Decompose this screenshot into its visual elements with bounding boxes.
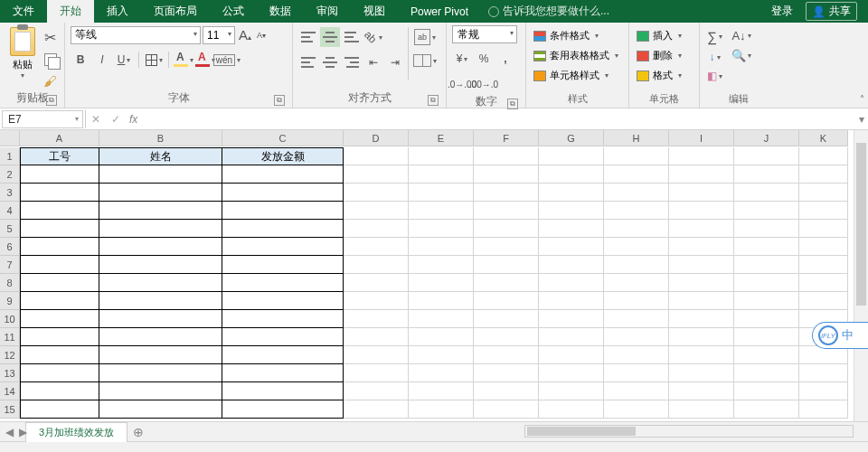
cell-J4[interactable]: [734, 202, 799, 220]
row-header-10[interactable]: 10: [0, 310, 20, 328]
cell-G4[interactable]: [539, 202, 604, 220]
cell-H10[interactable]: [604, 310, 669, 328]
cell-D15[interactable]: [344, 400, 409, 419]
formula-input[interactable]: [137, 110, 855, 128]
cell-H4[interactable]: [604, 202, 669, 220]
cell-G5[interactable]: [539, 220, 604, 238]
cell-H6[interactable]: [604, 238, 669, 256]
cell-K6[interactable]: [799, 238, 848, 256]
insert-cells-button[interactable]: 插入: [635, 27, 684, 44]
cell-I9[interactable]: [669, 292, 734, 310]
cell-G14[interactable]: [539, 382, 604, 400]
tab-file[interactable]: 文件: [0, 0, 47, 23]
cell-C9[interactable]: [222, 292, 344, 310]
cell-G11[interactable]: [539, 328, 604, 346]
copy-button[interactable]: [42, 52, 59, 68]
currency-button[interactable]: ¥: [452, 49, 472, 69]
cell-J1[interactable]: [734, 147, 799, 165]
cell-J13[interactable]: [734, 364, 799, 382]
cell-F7[interactable]: [474, 256, 539, 274]
cell-A8[interactable]: [20, 274, 99, 292]
cell-A2[interactable]: [20, 165, 99, 184]
percent-button[interactable]: %: [474, 49, 494, 69]
cell-E4[interactable]: [409, 202, 474, 220]
row-header-15[interactable]: 15: [0, 400, 20, 419]
cell-K2[interactable]: [799, 165, 848, 184]
cell-J5[interactable]: [734, 220, 799, 238]
col-header-A[interactable]: A: [20, 130, 99, 146]
cell-B1[interactable]: 姓名: [99, 147, 222, 165]
cell-E6[interactable]: [409, 238, 474, 256]
cell-E14[interactable]: [409, 382, 474, 400]
cell-B8[interactable]: [99, 274, 222, 292]
cell-I5[interactable]: [669, 220, 734, 238]
border-button[interactable]: [144, 50, 164, 70]
cell-E12[interactable]: [409, 346, 474, 364]
col-header-K[interactable]: K: [799, 130, 848, 146]
cell-B13[interactable]: [99, 364, 222, 382]
font-color-button[interactable]: [195, 50, 215, 70]
cut-button[interactable]: ✂: [42, 27, 59, 48]
delete-cells-button[interactable]: 删除: [635, 47, 684, 64]
cell-A12[interactable]: [20, 346, 99, 364]
cell-B5[interactable]: [99, 220, 222, 238]
cell-B10[interactable]: [99, 310, 222, 328]
cell-B3[interactable]: [99, 184, 222, 202]
col-header-F[interactable]: F: [474, 130, 539, 146]
row-header-9[interactable]: 9: [0, 292, 20, 310]
cell-D13[interactable]: [344, 364, 409, 382]
cell-F2[interactable]: [474, 165, 539, 184]
new-sheet-button[interactable]: ⊕: [127, 422, 149, 442]
tab-insert[interactable]: 插入: [94, 0, 141, 23]
cell-I8[interactable]: [669, 274, 734, 292]
cell-D7[interactable]: [344, 256, 409, 274]
font-size-select[interactable]: 11: [203, 26, 235, 44]
cell-A6[interactable]: [20, 238, 99, 256]
cell-H8[interactable]: [604, 274, 669, 292]
expand-formula-button[interactable]: ▾: [855, 113, 868, 126]
tab-nav-prev[interactable]: ◀: [5, 426, 14, 438]
cell-F10[interactable]: [474, 310, 539, 328]
cell-C7[interactable]: [222, 256, 344, 274]
cell-H15[interactable]: [604, 400, 669, 419]
cell-H1[interactable]: [604, 147, 669, 165]
cell-A1[interactable]: 工号: [20, 147, 99, 165]
cell-A7[interactable]: [20, 256, 99, 274]
cell-E2[interactable]: [409, 165, 474, 184]
cell-D2[interactable]: [344, 165, 409, 184]
cell-G12[interactable]: [539, 346, 604, 364]
col-header-G[interactable]: G: [539, 130, 604, 146]
col-header-B[interactable]: B: [99, 130, 222, 146]
indent-dec-button[interactable]: ⇤: [363, 52, 383, 72]
font-dialog-launcher[interactable]: ⧉: [274, 95, 285, 106]
cell-H5[interactable]: [604, 220, 669, 238]
align-left-button[interactable]: [298, 52, 318, 72]
cell-C14[interactable]: [222, 382, 344, 400]
cell-J8[interactable]: [734, 274, 799, 292]
cell-C11[interactable]: [222, 328, 344, 346]
cell-J3[interactable]: [734, 184, 799, 202]
align-bottom-button[interactable]: [342, 27, 362, 47]
cell-I12[interactable]: [669, 346, 734, 364]
cell-E11[interactable]: [409, 328, 474, 346]
cell-C10[interactable]: [222, 310, 344, 328]
tab-home[interactable]: 开始: [47, 0, 94, 23]
col-header-D[interactable]: D: [344, 130, 409, 146]
cell-D5[interactable]: [344, 220, 409, 238]
align-center-button[interactable]: [320, 52, 340, 72]
cell-H3[interactable]: [604, 184, 669, 202]
cell-I4[interactable]: [669, 202, 734, 220]
cell-F4[interactable]: [474, 202, 539, 220]
row-header-4[interactable]: 4: [0, 202, 20, 220]
cell-I11[interactable]: [669, 328, 734, 346]
sort-filter-button[interactable]: A↓: [730, 27, 753, 44]
col-header-H[interactable]: H: [604, 130, 669, 146]
cell-E5[interactable]: [409, 220, 474, 238]
cell-I3[interactable]: [669, 184, 734, 202]
cell-H2[interactable]: [604, 165, 669, 184]
cell-B9[interactable]: [99, 292, 222, 310]
shrink-font-button[interactable]: A▾: [255, 29, 268, 42]
cell-C8[interactable]: [222, 274, 344, 292]
select-all-corner[interactable]: [0, 130, 20, 146]
wrap-text-button[interactable]: ab: [411, 27, 439, 47]
